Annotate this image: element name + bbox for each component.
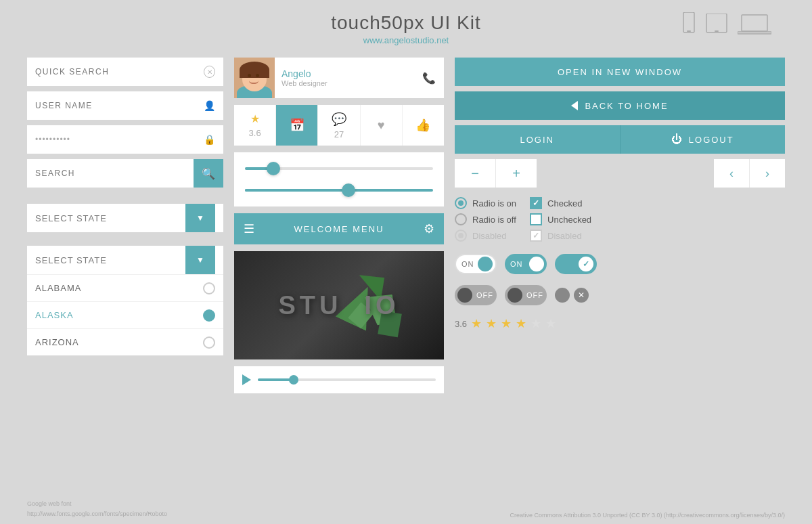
- stepper-group: − +: [455, 159, 537, 188]
- prev-button[interactable]: ‹: [714, 159, 749, 188]
- spacer: [27, 193, 223, 198]
- dropdown-item-label: ARIZONA: [35, 337, 79, 347]
- profile-card: Angelo Web designer 📞: [234, 58, 444, 98]
- check-disabled-mark-icon: ✓: [533, 231, 539, 240]
- dropdown-arrow-button[interactable]: ▼: [185, 204, 215, 232]
- stats-bar: ★ 3.6 📅 💬 27 ♥ 👍: [234, 105, 444, 146]
- checkbox-disabled: ✓ Disabled: [530, 230, 591, 242]
- slider-2[interactable]: [245, 183, 433, 197]
- chat-icon: 💬: [332, 112, 346, 127]
- toggle-on-white[interactable]: ON: [455, 254, 497, 274]
- gear-icon[interactable]: ⚙: [424, 221, 434, 236]
- username-input[interactable]: [35, 101, 204, 110]
- svg-rect-5: [738, 32, 771, 34]
- page-footer: Google web font http://www.fonts.google.…: [27, 499, 785, 519]
- dropdown-item-alabama[interactable]: ALABAMA: [27, 274, 223, 301]
- checkbox-unchecked-label: Unchecked: [547, 215, 591, 225]
- hamburger-icon[interactable]: ☰: [244, 221, 254, 236]
- dropdown-header[interactable]: SELECT STATE ▼: [27, 246, 223, 274]
- media-thumb: [289, 375, 298, 385]
- star-5[interactable]: ★: [531, 316, 541, 331]
- svg-rect-0: [683, 12, 694, 32]
- toggle-off-label-2: OFF: [526, 291, 543, 299]
- menu-bar: ☰ WELCOME MENU ⚙: [234, 213, 444, 244]
- open-new-window-button[interactable]: OPEN IN NEW WINDOW: [455, 58, 785, 86]
- stat-calendar[interactable]: 📅: [276, 105, 318, 146]
- sliders-container: [234, 152, 444, 206]
- radio-on[interactable]: Radio is on: [455, 197, 516, 209]
- checkbox-checked[interactable]: ✓ Checked: [530, 197, 591, 209]
- search-icon: 🔍: [202, 167, 215, 180]
- quick-search-field: ✕: [27, 58, 223, 86]
- star-4[interactable]: ★: [516, 316, 526, 331]
- password-field: 🔒: [27, 125, 223, 154]
- toggle-check[interactable]: ✓: [555, 254, 597, 274]
- main-content: ✕ 👤 🔒 🔍 SELECT STATE ▼ SELECT STATE: [0, 58, 812, 393]
- checkbox-checked-indicator: ✓: [530, 197, 542, 209]
- media-progress-fill: [258, 378, 294, 381]
- phone-icon: [682, 12, 696, 38]
- laptop-icon: [738, 14, 771, 38]
- stat-heart[interactable]: ♥: [361, 105, 403, 146]
- toggle-on-teal[interactable]: ON: [505, 254, 547, 274]
- device-icons: [682, 12, 771, 38]
- stat-chat-count: 27: [334, 129, 344, 139]
- star-icon: ★: [250, 112, 260, 125]
- dropdown-item-alaska[interactable]: ALASKA: [27, 301, 223, 328]
- rating-value: 3.6: [455, 319, 467, 329]
- svg-rect-1: [687, 30, 691, 32]
- radio-disabled-label: Disabled: [472, 231, 507, 241]
- calendar-icon: 📅: [290, 118, 304, 133]
- select-state-dropdown-closed[interactable]: SELECT STATE ▼: [27, 204, 223, 232]
- star-6[interactable]: ★: [545, 316, 556, 331]
- logout-button[interactable]: ⏻ LOGOUT: [621, 125, 786, 154]
- stat-rating[interactable]: ★ 3.6: [234, 105, 276, 146]
- checkbox-unchecked[interactable]: Unchecked: [530, 213, 591, 225]
- checkbox-unchecked-indicator: [530, 213, 542, 225]
- search-button[interactable]: 🔍: [194, 159, 223, 188]
- quick-search-input[interactable]: [35, 67, 204, 77]
- back-arrow-icon: [571, 101, 578, 110]
- next-button[interactable]: ›: [750, 159, 785, 188]
- dropdown-radio-alabama: [203, 282, 215, 294]
- radio-inner-dot: [458, 200, 464, 206]
- slider-1[interactable]: [245, 162, 433, 175]
- radio-disabled-dot: [458, 233, 464, 238]
- star-1[interactable]: ★: [471, 316, 482, 331]
- toggle-off-1[interactable]: OFF: [455, 285, 497, 305]
- radio-off[interactable]: Radio is off: [455, 213, 516, 225]
- star-3[interactable]: ★: [501, 316, 512, 331]
- stat-like[interactable]: 👍: [403, 105, 444, 146]
- back-to-home-button[interactable]: BACK TO HOME: [455, 91, 785, 120]
- clear-icon[interactable]: ✕: [204, 66, 215, 78]
- dropdown-header-arrow[interactable]: ▼: [185, 246, 215, 274]
- toggle-check-thumb: ✓: [579, 257, 593, 271]
- toggle-on-white-thumb: [478, 257, 493, 271]
- stat-chat[interactable]: 💬 27: [318, 105, 360, 146]
- username-field: 👤: [27, 91, 223, 120]
- toggle-on-row: ON ON ✓: [455, 251, 785, 277]
- password-input[interactable]: [35, 135, 204, 144]
- login-button[interactable]: LOGIN: [455, 125, 620, 154]
- plus-button[interactable]: +: [496, 159, 537, 188]
- media-progress-bar[interactable]: [258, 378, 436, 381]
- svg-rect-3: [715, 30, 719, 32]
- studio-image: STU IO: [234, 251, 444, 359]
- radio-column: Radio is on Radio is off Disabled: [455, 197, 516, 242]
- search-field: 🔍: [27, 159, 223, 188]
- toggle-x-icon[interactable]: ✕: [574, 288, 589, 303]
- dropdown-label: SELECT STATE: [35, 213, 185, 223]
- select-state-dropdown-open: SELECT STATE ▼ ALABAMA ALASKA ARIZONA: [27, 246, 223, 355]
- play-button[interactable]: [242, 374, 251, 385]
- profile-name: Angelo: [281, 68, 415, 79]
- minus-button[interactable]: −: [455, 159, 495, 188]
- toggle-off-2[interactable]: OFF: [505, 285, 547, 305]
- login-logout-row: LOGIN ⏻ LOGOUT: [455, 125, 785, 154]
- dropdown-item-arizona[interactable]: ARIZONA: [27, 328, 223, 355]
- checkbox-column: ✓ Checked Unchecked ✓ Disabled: [530, 197, 591, 242]
- right-column: OPEN IN NEW WINDOW BACK TO HOME LOGIN ⏻ …: [455, 58, 785, 393]
- search-input[interactable]: [35, 169, 194, 178]
- toggle-off-thumb-2: [508, 288, 522, 303]
- phone-icon[interactable]: 📞: [422, 72, 436, 85]
- star-2[interactable]: ★: [486, 316, 497, 331]
